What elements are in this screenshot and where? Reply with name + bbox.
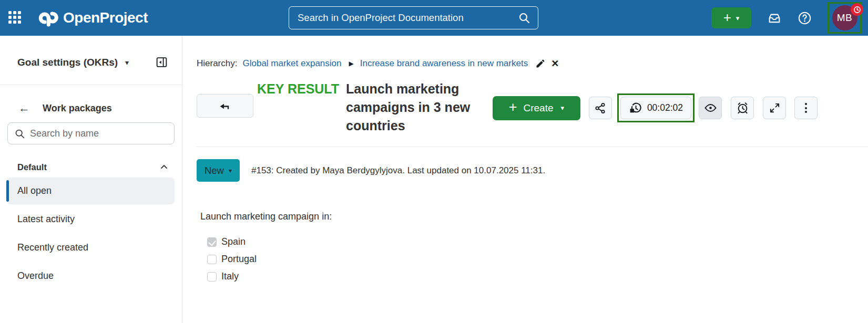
sidebar-search-input[interactable] [30, 128, 168, 139]
timer-highlight-box: 00:02:02 [617, 93, 695, 122]
timer-button[interactable]: 00:02:02 [620, 97, 691, 119]
sidebar-item-overdue[interactable]: Overdue [6, 263, 175, 289]
chevron-down-icon: ▾ [736, 14, 740, 22]
help-icon[interactable] [798, 11, 812, 25]
checkbox-label: Italy [221, 271, 239, 282]
sidebar-item-label: Recently created [17, 242, 88, 253]
global-search[interactable] [289, 6, 538, 29]
create-button[interactable]: + Create ▾ [493, 96, 580, 120]
apps-grid-icon[interactable] [8, 11, 22, 25]
close-icon[interactable]: ✕ [551, 58, 559, 69]
plus-icon: + [509, 100, 517, 114]
chevron-down-icon: ▾ [229, 167, 232, 174]
content-divider [197, 147, 868, 147]
breadcrumb: Hierarchy: Global market expansion ▶ Inc… [197, 58, 868, 69]
sidebar-filter-list: All open Latest activity Recently create… [0, 178, 182, 289]
work-package-detail: Hierarchy: Global market expansion ▶ Inc… [182, 36, 868, 323]
list-item: Spain [207, 236, 868, 247]
back-to-list-button[interactable] [197, 94, 253, 118]
sidebar-item-label: All open [17, 185, 52, 196]
logo-text: OpenProject [63, 9, 148, 26]
breadcrumb-link-parent[interactable]: Global market expansion [242, 58, 341, 69]
chevron-up-icon[interactable] [159, 162, 169, 172]
chevron-down-icon: ▾ [561, 104, 565, 112]
plus-icon: + [723, 11, 731, 24]
stopwatch-icon [629, 101, 642, 114]
checkbox-italy[interactable] [207, 272, 217, 282]
inbox-icon[interactable] [767, 11, 782, 25]
openproject-logo-icon [38, 7, 59, 28]
share-button[interactable] [589, 97, 612, 119]
reminder-alarm-button[interactable] [731, 97, 754, 119]
top-right-actions: + ▾ MB [711, 0, 864, 36]
back-arrow-icon[interactable]: ← [18, 102, 30, 114]
description: Launch marketing campaign in: Spain Port… [197, 211, 868, 282]
work-package-meta: #153: Created by Maya Berdygylyjova. Las… [251, 165, 545, 176]
checkbox-portugal[interactable] [207, 255, 217, 264]
toolbar: + Create ▾ [493, 93, 818, 122]
sidebar-item-latest-activity[interactable]: Latest activity [6, 206, 175, 233]
global-create-button[interactable]: + ▾ [711, 7, 751, 28]
more-options-kebab-button[interactable] [794, 97, 818, 119]
search-icon[interactable] [518, 12, 530, 24]
work-package-type: KEY RESULT [257, 80, 339, 98]
list-item: Italy [207, 271, 868, 282]
page-title[interactable]: Launch marketing campaigns in 3 new coun… [346, 80, 484, 135]
global-search-input[interactable] [298, 12, 518, 24]
checkbox-label: Portugal [221, 254, 257, 265]
sidebar-item-label: Latest activity [17, 214, 75, 225]
avatar-highlight-box: MB [828, 2, 862, 34]
sidebar-search[interactable] [7, 122, 175, 144]
watch-eye-button[interactable] [699, 97, 722, 119]
status-badge[interactable]: New ▾ [197, 159, 240, 182]
description-intro: Launch marketing campaign in: [200, 211, 868, 222]
create-button-label: Create [523, 102, 553, 114]
sidebar-item-label: Overdue [17, 270, 54, 282]
fullscreen-expand-button[interactable] [763, 97, 786, 119]
status-label: New [205, 165, 224, 176]
country-checklist: Spain Portugal Italy [207, 236, 868, 282]
breadcrumb-link-current[interactable]: Increase brand awareness in new markets [360, 58, 528, 69]
edit-pencil-icon[interactable] [535, 58, 546, 69]
sidebar: Goal settings (OKRs) ▾ ← Work packages [0, 36, 182, 323]
top-bar: OpenProject + ▾ [0, 0, 868, 36]
section-default-label: Default [17, 162, 47, 172]
openproject-logo[interactable]: OpenProject [38, 7, 148, 28]
project-caret-icon[interactable]: ▾ [125, 58, 129, 67]
collapse-sidebar-icon[interactable] [155, 56, 168, 69]
checkbox-spain[interactable] [207, 237, 217, 247]
breadcrumb-separator-icon: ▶ [349, 60, 354, 67]
sidebar-item-recently-created[interactable]: Recently created [6, 234, 175, 261]
timer-badge-icon [851, 3, 863, 16]
checkbox-label: Spain [221, 236, 246, 247]
sidebar-item-all-open[interactable]: All open [6, 178, 175, 204]
hierarchy-label: Hierarchy: [197, 58, 237, 69]
search-icon [14, 128, 25, 139]
list-item: Portugal [207, 254, 868, 265]
sidebar-divider [0, 85, 182, 85]
work-packages-label: Work packages [43, 103, 112, 114]
timer-value: 00:02:02 [647, 102, 683, 113]
project-title[interactable]: Goal settings (OKRs) [17, 57, 118, 68]
